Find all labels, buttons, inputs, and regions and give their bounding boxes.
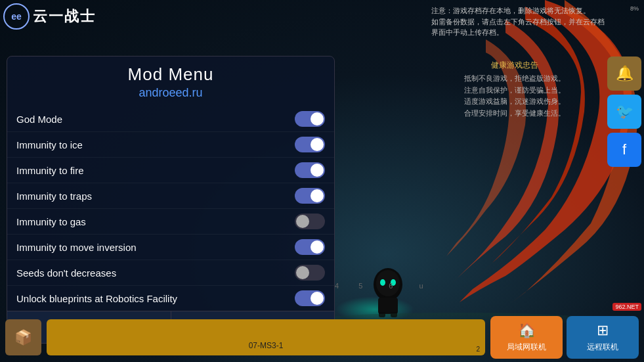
progress-bar-area: 07-MS3-1 2 xyxy=(47,319,485,355)
facebook-button[interactable]: f xyxy=(607,133,641,167)
logo-text: 云一战士 xyxy=(33,7,96,26)
mod-menu-title: Mod Menu xyxy=(14,64,328,85)
mod-item: God Mode xyxy=(7,106,334,132)
mod-item: Immunity to traps xyxy=(7,183,334,209)
notice-text: 注意：游戏存档存在本地，删除游戏将无法恢复。 如需备份数据，请点击左下角云存档按… xyxy=(431,5,605,38)
remote-connect-button[interactable]: ⊞ 远程联机 xyxy=(567,316,639,359)
level-numbers: 456u xyxy=(335,282,423,290)
mod-item-toggle[interactable] xyxy=(295,239,325,255)
mod-item: Immunity to move inversion xyxy=(7,235,334,260)
progress-num: 2 xyxy=(476,346,480,353)
mod-item-toggle[interactable] xyxy=(295,162,325,178)
twitter-button[interactable]: 🐦 xyxy=(607,95,641,129)
mod-item-toggle[interactable] xyxy=(295,137,325,152)
mod-item: Immunity to fire xyxy=(7,158,334,183)
mod-item-toggle[interactable] xyxy=(295,290,325,306)
mod-item-label: Unlock blueprints at Robotics Facility xyxy=(16,293,177,304)
character-svg xyxy=(365,265,411,317)
health-warning: 健康游戏忠告 抵制不良游戏，拒绝盗版游戏。 注意自我保护，谨防受骗上当。 适度游… xyxy=(464,59,565,120)
remote-connect-label: 远程联机 xyxy=(587,342,618,353)
local-network-button[interactable]: 🏠 局域网联机 xyxy=(490,316,563,359)
mod-item-toggle[interactable] xyxy=(295,188,325,204)
remote-connect-icon: ⊞ xyxy=(597,322,609,339)
mod-menu-items: God ModeImmunity to iceImmunity to fireI… xyxy=(7,104,334,311)
mod-item-label: Immunity to ice xyxy=(16,139,83,150)
logo-area: ee 云一战士 xyxy=(3,3,96,30)
bottom-left-icon[interactable]: 📦 xyxy=(5,319,41,355)
mod-item-toggle[interactable] xyxy=(295,214,325,229)
badge-962: 962.NET xyxy=(612,303,641,311)
bottom-left-icons: 📦 xyxy=(0,319,41,355)
mod-item-label: Immunity to fire xyxy=(16,165,84,176)
mod-menu-panel: Mod Menu androeed.ru God ModeImmunity to… xyxy=(7,56,335,344)
svg-rect-4 xyxy=(378,298,398,314)
mod-menu-subtitle: androeed.ru xyxy=(14,86,328,100)
notice-small: 8% xyxy=(630,5,639,12)
bell-button[interactable]: 🔔 xyxy=(607,57,641,91)
right-sidebar: 🔔 🐦 f xyxy=(605,53,644,171)
local-network-icon: 🏠 xyxy=(518,322,536,339)
mod-item-label: Immunity to traps xyxy=(16,191,92,202)
mod-item-label: Seeds don't decreases xyxy=(16,267,116,279)
mod-item: Unlock blueprints at Robotics Facility xyxy=(7,286,334,311)
local-network-label: 局域网联机 xyxy=(507,342,546,353)
mod-menu-header: Mod Menu androeed.ru xyxy=(7,57,334,104)
mod-item: Immunity to gas xyxy=(7,209,334,235)
wing-svg xyxy=(315,0,643,302)
mod-item-label: Immunity to move inversion xyxy=(16,242,137,253)
mod-item-label: God Mode xyxy=(16,114,62,125)
mod-item-toggle[interactable] xyxy=(295,265,325,281)
progress-text: 07-MS3-1 xyxy=(249,341,284,350)
logo-ee-icon: ee xyxy=(3,3,30,30)
mod-item: Seeds don't decreases xyxy=(7,260,334,286)
mod-item-label: Immunity to gas xyxy=(16,216,86,227)
mod-item-toggle[interactable] xyxy=(295,111,325,127)
mod-item: Immunity to ice xyxy=(7,132,334,158)
bottom-bar: 📦 07-MS3-1 2 🏠 局域网联机 ⊞ 远程联机 xyxy=(0,313,644,362)
right-big-buttons: 🏠 局域网联机 ⊞ 远程联机 xyxy=(490,316,644,359)
